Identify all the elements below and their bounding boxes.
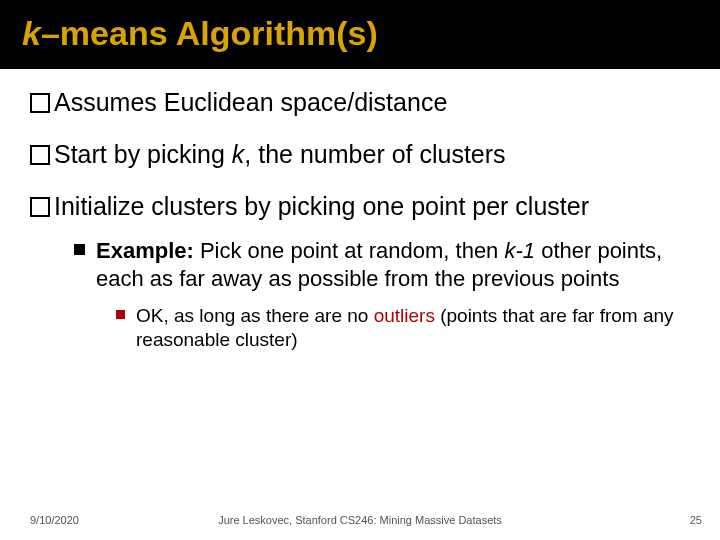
bullet-box-icon [30, 197, 50, 217]
example-bullet: Example: Pick one point at random, then … [74, 237, 690, 292]
title-k: k [22, 14, 41, 52]
bullet-box-icon [30, 93, 50, 113]
slide-title: k–means Algorithm(s) [0, 0, 720, 69]
bullet-rest: Euclidean space/distance [157, 88, 447, 116]
subnote-pre: OK, as long as there are no [136, 305, 374, 326]
example-k: k-1 [504, 238, 535, 263]
bullet-rest: clusters by picking one point per cluste… [144, 192, 589, 220]
footer-page-number: 25 [690, 514, 702, 526]
footer-date: 9/10/2020 [30, 514, 79, 526]
bullet-rest: , the number of clusters [244, 140, 505, 168]
bullet-rest: by picking [107, 140, 232, 168]
bullet-word: Assumes [54, 88, 157, 116]
subnote-wrap: OK, as long as there are no outliers (po… [30, 304, 690, 352]
subnote-bullet: OK, as long as there are no outliers (po… [116, 304, 690, 352]
subnote-outliers: outliers [374, 305, 435, 326]
slide-footer: 9/10/2020 Jure Leskovec, Stanford CS246:… [0, 514, 720, 526]
example-wrap: Example: Pick one point at random, then … [30, 237, 690, 292]
bullet-assumes: Assumes Euclidean space/distance [30, 87, 690, 117]
slide-body: Assumes Euclidean space/distance Start b… [0, 69, 720, 352]
bullet-start: Start by picking k, the number of cluste… [30, 139, 690, 169]
bullet-k: k [232, 140, 245, 168]
bullet-word: Start [54, 140, 107, 168]
example-text: Pick one point at random, then [194, 238, 505, 263]
footer-attribution: Jure Leskovec, Stanford CS246: Mining Ma… [0, 514, 720, 526]
title-rest: –means Algorithm(s) [41, 14, 378, 52]
bullet-word: Initialize [54, 192, 144, 220]
example-label: Example: [96, 238, 194, 263]
bullet-initialize: Initialize clusters by picking one point… [30, 191, 690, 221]
bullet-box-icon [30, 145, 50, 165]
